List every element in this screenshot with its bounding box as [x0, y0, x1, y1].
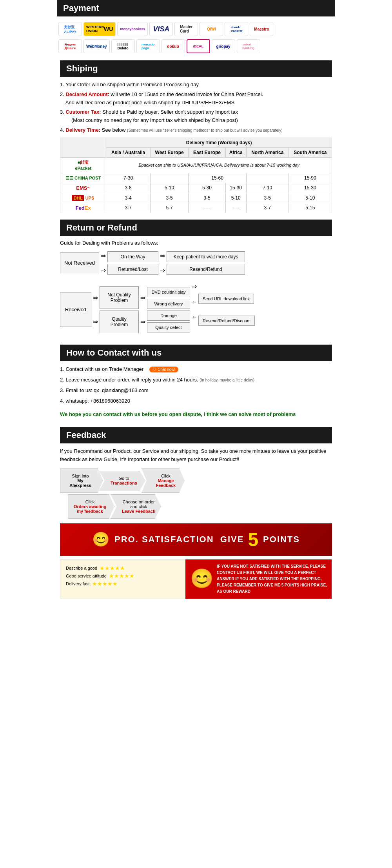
feedback-section: Feedback If you Recommand our Product, o… — [57, 425, 335, 603]
send-url-box: Send URL download link — [198, 294, 254, 304]
chinapost-west-eu — [150, 173, 189, 183]
not-quality-problem-box: Not QualityProblem — [100, 286, 139, 309]
recv-arrow-6: ⇐ — [192, 300, 196, 305]
western-union-logo: WESTERNUNION WU — [83, 22, 116, 36]
stars-2: ★★★★★ — [109, 573, 134, 579]
dhl-north-am: 3-5 — [246, 193, 289, 203]
delivery-time-header: Delivery Time (Working days) — [106, 138, 332, 147]
rating-label-1: Describe a good — [66, 566, 97, 570]
moneybookers-logo: moneybookers — [117, 22, 148, 36]
contact-item-4: 4. whatsapp: +8618968063920 — [60, 397, 332, 405]
fedex-africa: ---- — [225, 203, 246, 213]
feedback-flow-row1: Sign intoMyAliexpress Go toTransactions … — [60, 469, 332, 493]
keep-patient-box: Keep patient to wait more days — [167, 251, 245, 262]
not-received-flow: Not Received ⇒ ⇒ On the Way Returned/Los… — [60, 251, 332, 275]
fb-step-2: Go toTransactions — [99, 471, 145, 490]
col-west-europe: West Europe — [150, 147, 189, 157]
shipping-item-1: 1. Your Order will be shipped within Pro… — [60, 81, 332, 89]
refund-header: Return or Refund — [60, 220, 332, 236]
epacket-row: e邮宝ePacket Epacket can ship to USA/AU/UK… — [60, 157, 332, 173]
fedex-west-eu: 5-7 — [150, 203, 189, 213]
on-the-way-box: On the Way — [107, 251, 158, 262]
giropay-logo: giropay — [212, 39, 235, 53]
recv-arrow-5: ⇒ — [192, 283, 197, 290]
fb-step-4: ClickOrders awaitingmy feedback — [68, 494, 114, 519]
fedex-carrier: FedEx — [60, 203, 106, 213]
dvd-box: DVD couldn't play — [147, 287, 190, 297]
visa-logo: VISA — [149, 22, 173, 36]
recv-arrow-3: ⇒ — [140, 294, 145, 301]
rating-row-2: Good service attitude ★★★★★ — [66, 573, 180, 579]
ems-north-am: 7-10 — [246, 183, 289, 193]
rating-section: Describe a good ★★★★★ Good service attit… — [60, 559, 332, 599]
ems-carrier: EMS~ — [60, 183, 106, 193]
chinapost-east-af: 15-60 — [189, 173, 246, 183]
qiwi-logo: QIWI — [200, 22, 223, 36]
shipping-item-2: 2. Declared Amount: will write 10 or 15u… — [60, 91, 332, 107]
dhl-row: DHL UPS 3-4 3-5 3-5 5-10 3-5 5-10 — [60, 193, 332, 203]
contact-header: How to Contact with us — [60, 345, 332, 361]
smiley-right-icon: 😊 — [190, 564, 214, 594]
contact-item-3: 3. Email to us: qx_qianxiang@163.com — [60, 386, 332, 395]
recv-arrow-4: ⇒ — [140, 318, 145, 325]
ems-asia: 3-8 — [106, 183, 151, 193]
shipping-item-3: 3. Customer Tax: Should be Paid by buyer… — [60, 108, 332, 125]
ems-row: EMS~ 3-8 5-10 5-30 15-30 7-10 15-30 — [60, 183, 332, 193]
col-africa: Africa — [225, 147, 246, 157]
rating-label-2: Good service attitude — [66, 574, 107, 578]
ems-south-am: 15-30 — [289, 183, 332, 193]
fedex-asia: 3-7 — [106, 203, 151, 213]
rating-label-3: Delivery fast — [66, 581, 90, 586]
arrow-right-4: ⇒ — [160, 267, 165, 274]
rating-left: Describe a good ★★★★★ Good service attit… — [60, 559, 185, 599]
epacket-carrier: e邮宝ePacket — [60, 157, 106, 173]
dhl-africa: 5-10 — [225, 193, 246, 203]
col-north-america: North America — [246, 147, 289, 157]
refund-section: Return or Refund Guide for Dealing with … — [57, 217, 335, 342]
ems-east-eu: 5-30 — [189, 183, 225, 193]
contact-item-2: 2. Leave message under order, will reply… — [60, 376, 332, 384]
received-flow: Received ⇒ ⇒ Not QualityProblem QualityP… — [60, 283, 332, 337]
yandex-logo: ЯндексДеньги — [58, 39, 82, 53]
arrow-right-1: ⇒ — [101, 252, 106, 260]
payment-logos-row2: ЯндексДеньги WebMoney |||||||||||Boleto … — [57, 38, 335, 55]
payment-logos-row1: 支付宝ALIPAY WESTERNUNION WU moneybookers V… — [57, 20, 335, 38]
delivery-table: Delivery Time (Working days) Asia / Aust… — [60, 138, 332, 213]
stars-3: ★★★★★ — [92, 581, 118, 587]
alipay-logo: 支付宝ALIPAY — [58, 22, 82, 36]
doku-logo: dokuS — [162, 39, 185, 53]
fedex-row: FedEx 3-7 5-7 ----- ---- 3-7 5-15 — [60, 203, 332, 213]
dhl-west-eu: 3-5 — [150, 193, 189, 203]
col-asia: Asia / Australia — [106, 147, 151, 157]
dhl-east-eu: 3-5 — [189, 193, 225, 203]
rating-row-3: Delivery fast ★★★★★ — [66, 581, 180, 587]
payment-section: Payment 支付宝ALIPAY WESTERNUNION WU moneyb… — [57, 0, 335, 59]
feedback-header: Feedback — [60, 427, 332, 443]
returned-lost-box: Returned/Lost — [107, 264, 158, 275]
ems-africa: 15-30 — [225, 183, 246, 193]
rating-row-1: Describe a good ★★★★★ — [66, 565, 180, 571]
quality-defect-box: Quality defect — [147, 322, 190, 332]
satisfaction-banner: 😊 PRO. SATISFACTION GIVE 5 POINTS — [60, 523, 332, 556]
five-number: 5 — [248, 529, 259, 550]
resend-refund-box: Resend/Refund — [167, 264, 245, 275]
fedex-east-eu: ----- — [189, 203, 225, 213]
arrow-right-3: ⇒ — [160, 252, 165, 260]
ems-west-eu: 5-10 — [150, 183, 189, 193]
fb-step-1: Sign intoMyAliexpress — [60, 469, 103, 493]
banner-text1: PRO. SATISFACTION GIVE — [114, 534, 244, 545]
col-south-america: South America — [289, 147, 332, 157]
chinapost-carrier: ☰☰ CHINA POST — [60, 173, 106, 183]
chat-badge: 🗨 Chat now! — [149, 367, 178, 372]
col-east-europe: East Europe — [189, 147, 225, 157]
quality-problem-box: QualityProblem — [100, 311, 139, 333]
shipping-header: Shiping — [60, 60, 332, 77]
mercado-logo: mercadopago — [136, 39, 160, 53]
boleto-logo: |||||||||||Boleto — [111, 39, 135, 53]
dhl-asia: 3-4 — [106, 193, 151, 203]
not-received-box: Not Received — [60, 252, 99, 273]
feedback-flow-row2: ClickOrders awaitingmy feedback Choose o… — [68, 494, 332, 519]
wrong-delivery-box: Wrong delivery — [147, 299, 190, 309]
dhl-south-am: 5-10 — [289, 193, 332, 203]
arrow-right-2: ⇒ — [101, 267, 106, 274]
